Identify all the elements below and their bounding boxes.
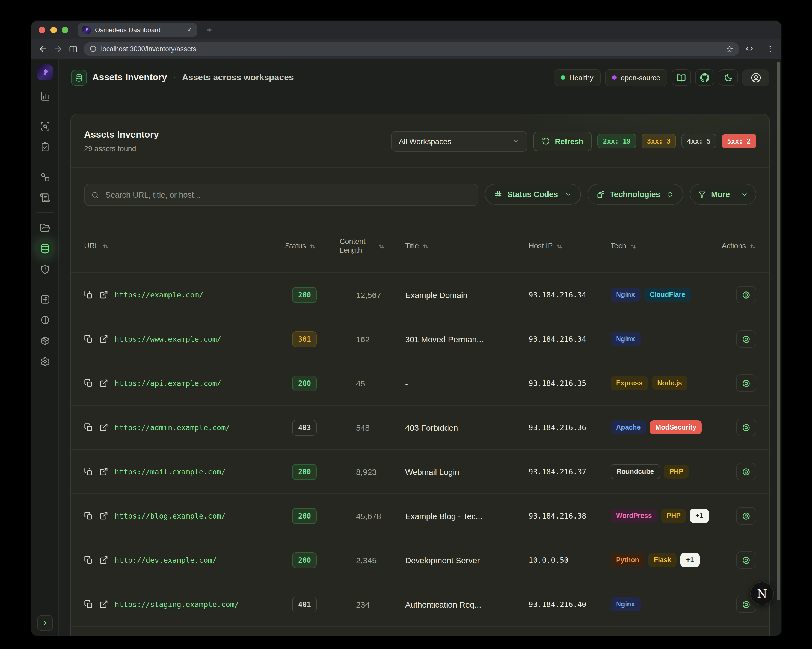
- sidebar-item-settings[interactable]: [37, 353, 53, 370]
- open-url-button[interactable]: [99, 512, 108, 520]
- column-header-tech[interactable]: Tech: [611, 242, 714, 251]
- github-button[interactable]: [695, 69, 714, 86]
- split-view-icon[interactable]: [69, 44, 78, 53]
- refresh-button[interactable]: Refresh: [533, 131, 592, 151]
- open-url-button[interactable]: [99, 600, 108, 609]
- sidebar-item-reports[interactable]: [37, 139, 53, 155]
- search-box: [84, 184, 478, 206]
- column-header-content-length[interactable]: Content Length: [340, 238, 405, 255]
- copy-url-button[interactable]: [84, 335, 93, 343]
- new-tab-button[interactable]: [205, 26, 213, 34]
- search-input[interactable]: [104, 190, 471, 200]
- open-url-button[interactable]: [99, 379, 108, 387]
- view-asset-button[interactable]: [736, 419, 756, 436]
- docs-button[interactable]: [672, 69, 691, 86]
- browser-tab[interactable]: Osmedeus Dashboard: [78, 23, 197, 37]
- sidebar-item-dashboard[interactable]: [37, 88, 53, 104]
- open-url-button[interactable]: [99, 423, 108, 432]
- table-row[interactable]: https://staging.example.com/ 401 234 Aut…: [71, 582, 769, 627]
- asset-url-link[interactable]: https://blog.example.com/: [114, 512, 226, 520]
- view-asset-button[interactable]: [736, 551, 756, 569]
- close-window-button[interactable]: [39, 26, 45, 33]
- sidebar-item-assets[interactable]: [37, 240, 53, 256]
- sidebar-expand-button[interactable]: [37, 615, 53, 631]
- app-logo[interactable]: [37, 64, 53, 80]
- table-row[interactable]: https://api.example.com/ 200 45 - 93.184…: [71, 361, 769, 405]
- open-url-button[interactable]: [99, 556, 108, 564]
- eye-icon: [742, 555, 751, 565]
- copy-url-button[interactable]: [84, 290, 93, 299]
- copy-url-button[interactable]: [84, 512, 93, 520]
- tab-close-icon[interactable]: [186, 27, 192, 33]
- asset-url-link[interactable]: https://admin.example.com/: [114, 423, 230, 432]
- bookmark-star-icon[interactable]: [726, 45, 733, 53]
- tech-overflow-badge[interactable]: +1: [690, 509, 709, 523]
- view-asset-button[interactable]: [736, 463, 756, 480]
- chevrons-up-down-icon: [667, 191, 674, 198]
- nextjs-dev-badge[interactable]: N: [750, 582, 774, 605]
- forward-button[interactable]: [53, 44, 63, 53]
- blocks-icon: [597, 190, 605, 198]
- view-asset-button[interactable]: [736, 507, 756, 524]
- table-row[interactable]: https://example.com/ 200 12,567 Example …: [71, 273, 769, 317]
- column-header-actions[interactable]: Actions: [714, 242, 756, 251]
- asset-url-link[interactable]: https://mail.example.com/: [114, 467, 226, 476]
- copy-url-button[interactable]: [84, 379, 93, 387]
- copy-url-button[interactable]: [84, 423, 93, 432]
- card-title: Assets Inventory: [84, 129, 159, 140]
- view-asset-button[interactable]: [736, 286, 756, 303]
- workspace-select[interactable]: All Workspaces: [391, 131, 528, 151]
- column-header-host-ip[interactable]: Host IP: [529, 242, 611, 251]
- sidebar-item-workflows[interactable]: [37, 169, 53, 185]
- table-row[interactable]: https://www.example.com/ 301 162 301 Mov…: [71, 317, 769, 361]
- column-header-status[interactable]: Status: [285, 242, 340, 251]
- technologies-filter[interactable]: Technologies: [587, 184, 683, 205]
- sidebar-item-ai[interactable]: [37, 312, 53, 328]
- open-url-button[interactable]: [99, 290, 108, 299]
- zoom-window-button[interactable]: [62, 26, 68, 33]
- sidebar-item-scans[interactable]: [37, 118, 53, 134]
- eye-icon: [742, 467, 751, 476]
- asset-url-link[interactable]: https://www.example.com/: [114, 335, 221, 343]
- theme-toggle-button[interactable]: [719, 69, 738, 86]
- table-row[interactable]: https://mail.example.com/ 200 8,923 Webm…: [71, 450, 769, 494]
- site-info-icon[interactable]: [90, 45, 97, 52]
- code-icon[interactable]: [745, 45, 754, 53]
- status-codes-filter[interactable]: Status Codes: [485, 184, 581, 205]
- copy-url-button[interactable]: [84, 467, 93, 476]
- sidebar-item-logs[interactable]: [37, 189, 53, 206]
- table-row[interactable]: https://blog.example.com/ 200 45,678 Exa…: [71, 494, 769, 538]
- address-bar[interactable]: localhost:3000/inventory/assets: [84, 42, 739, 56]
- sidebar-item-functions[interactable]: [37, 291, 53, 307]
- view-asset-button[interactable]: [736, 330, 756, 348]
- tech-tag: PHP: [661, 509, 686, 523]
- column-header-url[interactable]: URL: [84, 242, 285, 251]
- table-row[interactable]: https://cdn.example.com/ 200 0 - 104.16.…: [71, 627, 769, 636]
- copy-url-button[interactable]: [84, 556, 93, 564]
- more-filters-button[interactable]: More: [690, 184, 756, 205]
- tech-overflow-badge[interactable]: +1: [681, 553, 699, 567]
- back-button[interactable]: [38, 44, 47, 53]
- table-row[interactable]: https://admin.example.com/ 403 548 403 F…: [71, 405, 769, 450]
- sidebar-item-packages[interactable]: [37, 332, 53, 349]
- page-scrollbar[interactable]: [777, 62, 780, 600]
- asset-url-link[interactable]: https://staging.example.com/: [114, 600, 239, 609]
- assets-count: 29 assets found: [84, 145, 159, 153]
- browser-menu-icon[interactable]: [766, 45, 774, 53]
- table-row[interactable]: http://dev.example.com/ 200 2,345 Develo…: [71, 538, 769, 582]
- asset-url-link[interactable]: http://dev.example.com/: [114, 556, 217, 564]
- eye-icon: [742, 423, 751, 432]
- asset-url-link[interactable]: https://example.com/: [114, 290, 203, 299]
- open-url-button[interactable]: [99, 467, 108, 476]
- sort-icon: [102, 243, 109, 250]
- copy-url-button[interactable]: [84, 600, 93, 609]
- user-avatar-button[interactable]: [742, 69, 769, 86]
- column-header-title[interactable]: Title: [405, 242, 529, 251]
- view-asset-button[interactable]: [736, 375, 756, 392]
- sidebar-item-projects[interactable]: [37, 219, 53, 236]
- open-url-button[interactable]: [99, 335, 108, 343]
- asset-url-link[interactable]: https://api.example.com/: [114, 379, 221, 387]
- minimize-window-button[interactable]: [50, 26, 57, 33]
- sidebar-item-vulnerabilities[interactable]: [37, 261, 53, 277]
- app-sidebar: [31, 59, 59, 636]
